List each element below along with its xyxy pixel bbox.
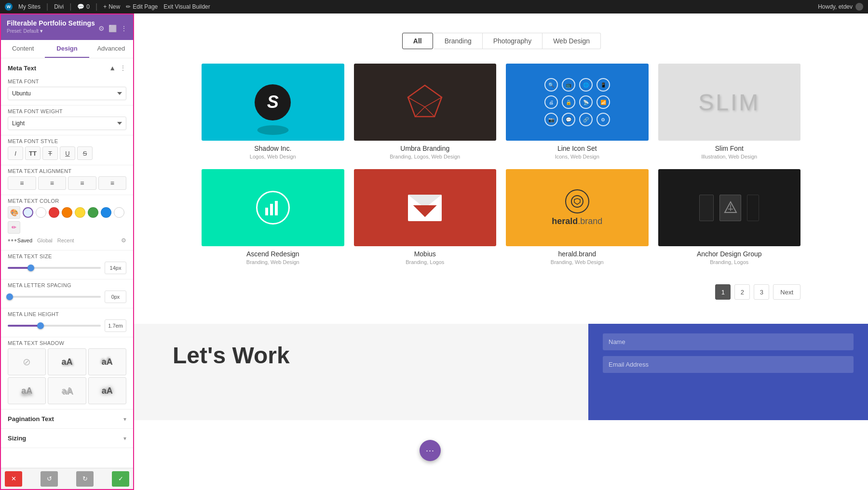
svg-marker-2	[415, 107, 434, 117]
shadow-option-1[interactable]: aA	[48, 348, 86, 375]
color-tab-recent[interactable]: Recent	[57, 238, 74, 243]
meta-text-size-label: Meta Text Size	[8, 253, 126, 259]
shadow-none-option[interactable]: ⊘	[8, 348, 46, 375]
tab-content[interactable]: Content	[1, 40, 45, 58]
meta-font-select[interactable]: Ubuntu	[8, 87, 126, 100]
avatar[interactable]	[855, 3, 863, 11]
reset-button[interactable]: ↺	[41, 471, 58, 487]
portfolio-thumb-herald: herald.brand	[506, 169, 649, 246]
sizing-section[interactable]: Sizing ▾	[1, 429, 133, 448]
panel-dots-icon[interactable]: ⋮	[121, 25, 127, 32]
meta-text-dots-icon[interactable]: ⋮	[120, 64, 126, 72]
herald-shield-svg	[570, 195, 584, 208]
wp-icon[interactable]: W	[5, 3, 13, 11]
color-swatch-light-blue[interactable]	[23, 207, 33, 218]
strikethrough-t-btn[interactable]: T	[42, 146, 58, 160]
portfolio-item-ascend[interactable]: Ascend Redesign Branding, Web Design	[202, 169, 344, 265]
align-justify-btn[interactable]: ≡	[98, 176, 127, 190]
meta-font-weight-select[interactable]: Light	[8, 117, 126, 130]
umbra-diamond-svg	[406, 83, 444, 121]
filter-tabs: All Branding Photography Web Design	[202, 33, 800, 49]
meta-text-size-value[interactable]: 14px	[105, 262, 126, 274]
page-btn-2[interactable]: 2	[734, 284, 750, 300]
filter-tab-all[interactable]: All	[402, 33, 433, 49]
meta-text-size-thumb[interactable]	[27, 265, 34, 271]
panel-expand-icon[interactable]: ⬜	[108, 25, 117, 32]
filter-tab-web-design[interactable]: Web Design	[542, 33, 601, 49]
meta-font-label: Meta Font	[8, 79, 126, 84]
comments-count: 0	[86, 3, 90, 10]
meta-letter-spacing-track	[8, 296, 101, 298]
meta-text-title: Meta Text	[8, 65, 36, 72]
svg-rect-5	[265, 208, 268, 215]
pagination-text-section[interactable]: Pagination Text ▾	[1, 410, 133, 429]
meta-line-height-thumb[interactable]	[37, 322, 44, 329]
tab-advanced[interactable]: Advanced	[89, 40, 133, 58]
new-link[interactable]: + New	[103, 3, 120, 10]
tab-design[interactable]: Design	[45, 40, 89, 58]
color-dots[interactable]: •••	[8, 236, 17, 245]
herald-content: herald.brand	[552, 189, 602, 226]
panel-settings-icon[interactable]: ⚙	[98, 25, 105, 32]
shadow-option-3[interactable]: aA	[8, 377, 46, 404]
shadow-option-5[interactable]: aA	[88, 377, 126, 404]
underline-btn[interactable]: U	[60, 146, 75, 160]
redo-button[interactable]: ↻	[76, 471, 94, 487]
portfolio-item-herald[interactable]: herald.brand herald.brand Branding, Web …	[506, 169, 649, 265]
portfolio-tags-ascend: Branding, Web Design	[202, 259, 344, 265]
footer-email-input[interactable]	[603, 356, 854, 373]
shadow-option-2[interactable]: aA	[88, 348, 126, 375]
shadow-option-4[interactable]: aA	[48, 377, 86, 404]
meta-line-height-value[interactable]: 1.7em	[105, 319, 126, 332]
pagination-text-title: Pagination Text	[8, 415, 54, 423]
portfolio-name-line-icon: Line Icon Set	[506, 145, 649, 152]
portfolio-item-line-icon[interactable]: 🔍 📺 🌐 📱 🖨 🔒 📡 📶 📷 💬 🔗 ⚙	[506, 64, 649, 159]
color-swatch-yellow[interactable]	[75, 207, 85, 218]
footer-name-input[interactable]	[603, 333, 854, 350]
save-button[interactable]: ✓	[112, 471, 129, 487]
portfolio-area: All Branding Photography Web Design S	[134, 13, 868, 324]
color-edit-icon[interactable]: ✏	[8, 221, 20, 234]
page-btn-1[interactable]: 1	[715, 284, 731, 300]
portfolio-name-anchor: Anchor Design Group	[658, 250, 801, 258]
meta-letter-spacing-thumb[interactable]	[6, 293, 13, 300]
exit-vb-link[interactable]: Exit Visual Builder	[163, 3, 210, 10]
portfolio-item-mobius[interactable]: Mobius Branding, Logos	[354, 169, 497, 265]
meta-letter-spacing-value[interactable]: 0px	[105, 291, 126, 303]
page-btn-next[interactable]: Next	[773, 284, 800, 300]
align-center-btn[interactable]: ≡	[38, 176, 67, 190]
edit-page-link[interactable]: ✏ Edit Page	[126, 3, 158, 10]
my-sites-link[interactable]: My Sites	[18, 3, 41, 10]
align-left-btn[interactable]: ≡	[8, 176, 36, 190]
portfolio-name-herald: herald.brand	[506, 250, 649, 258]
portfolio-item-anchor[interactable]: Anchor Design Group Branding, Logos	[658, 169, 801, 265]
italic-btn[interactable]: I	[8, 146, 23, 160]
footer-right	[588, 324, 868, 420]
comments-link[interactable]: 💬 0	[77, 3, 90, 10]
color-gear-icon[interactable]: ⚙	[121, 237, 126, 244]
color-tab-saved[interactable]: Saved	[17, 238, 32, 243]
strikethrough-btn[interactable]: S	[77, 146, 93, 160]
filter-tab-photography[interactable]: Photography	[483, 33, 542, 49]
color-tab-global[interactable]: Global	[37, 238, 53, 243]
color-swatch-orange[interactable]	[62, 207, 72, 218]
bold-tt-btn[interactable]: TT	[25, 146, 41, 160]
divi-link[interactable]: Divi	[54, 3, 64, 10]
fab-button[interactable]: ···	[420, 440, 441, 461]
line-icon-item-5: 🖨	[544, 95, 558, 109]
align-right-btn[interactable]: ≡	[68, 176, 96, 190]
cancel-button[interactable]: ✕	[5, 471, 22, 487]
portfolio-item-shadow-inc[interactable]: S Shadow Inc. Logos, Web Design	[202, 64, 344, 159]
color-swatch-red[interactable]	[49, 207, 59, 218]
meta-line-height-slider-row: 1.7em	[8, 319, 126, 332]
meta-text-collapse-icon[interactable]: ▲	[109, 64, 116, 72]
filter-tab-branding[interactable]: Branding	[434, 33, 483, 49]
page-btn-3[interactable]: 3	[754, 284, 769, 300]
portfolio-item-slim[interactable]: SLIM Slim Font Illustration, Web Design	[658, 64, 801, 159]
color-swatch-green[interactable]	[88, 207, 98, 218]
color-swatch-white[interactable]	[36, 207, 46, 218]
color-swatch-white2[interactable]	[114, 207, 124, 218]
color-swatch-blue[interactable]	[101, 207, 111, 218]
portfolio-item-umbra[interactable]: Umbra Branding Branding, Logos, Web Desi…	[354, 64, 497, 159]
color-picker-icon[interactable]: 🎨	[8, 206, 20, 219]
